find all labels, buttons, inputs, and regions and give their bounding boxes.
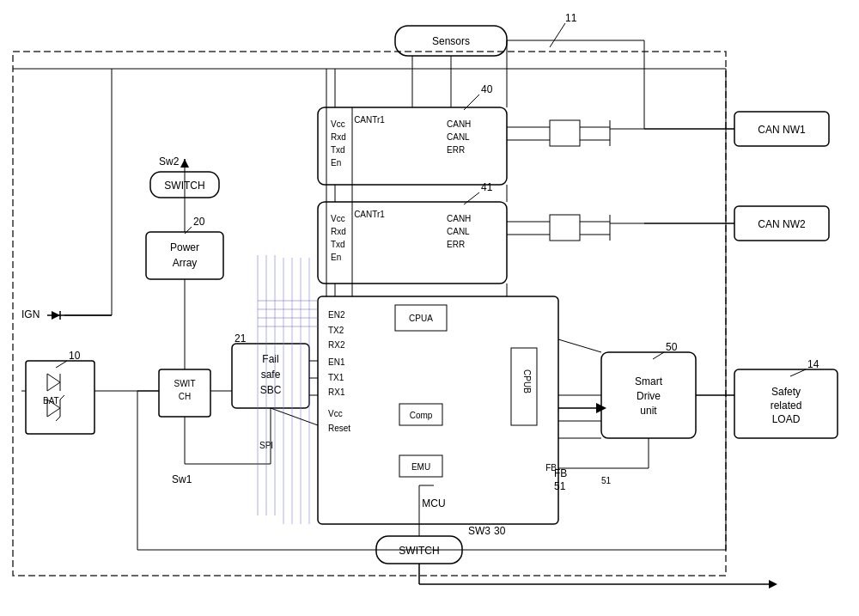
can-nw1-label: CAN NW1	[758, 124, 806, 136]
emu-label: EMU	[411, 462, 430, 472]
tx2-label: TX2	[328, 326, 344, 335]
switch-ch-label2: CH	[179, 392, 191, 401]
switch-ch-label1: SWIT	[174, 379, 196, 388]
smart-drive-label3: unit	[640, 405, 657, 417]
rx1-label: RX1	[328, 387, 345, 397]
en2-label: EN2	[328, 310, 345, 320]
canl1-label: CANL	[447, 132, 470, 142]
label-41: 41	[481, 181, 493, 193]
canh2-label: CANH	[447, 214, 471, 223]
tx1-label: TX1	[328, 373, 344, 382]
rxd1-label: Rxd	[331, 132, 346, 142]
switch-bottom-label: SWITCH	[399, 545, 439, 557]
label-14: 14	[807, 358, 819, 370]
sw1-label: Sw1	[172, 473, 192, 485]
cantrl1-label: CANTr1	[354, 115, 385, 125]
txd2-label: Txd	[331, 240, 345, 249]
fail-safe-label3: SBC	[260, 384, 282, 396]
smart-drive-label2: Drive	[637, 390, 661, 402]
label-21: 21	[235, 332, 247, 345]
comp-label: Comp	[410, 411, 433, 420]
err1-label: ERR	[447, 145, 465, 155]
sw3-label: SW3	[468, 525, 490, 537]
reset-label: Reset	[328, 424, 350, 433]
txd1-label: Txd	[331, 145, 345, 155]
label-51-2: 51	[601, 476, 612, 485]
mcu-label: MCU	[422, 497, 445, 509]
label-20: 20	[193, 216, 205, 228]
rx2-label: RX2	[328, 340, 345, 350]
label-11: 11	[565, 12, 577, 24]
cantrl2-label: CANTr1	[354, 210, 385, 219]
label-51: 51	[554, 480, 566, 492]
vcc-mcu-label: Vcc	[328, 409, 343, 418]
vcc2-label: Vcc	[331, 214, 345, 223]
canl2-label: CANL	[447, 227, 470, 236]
en2-top-label: En	[331, 253, 341, 262]
en1-label: EN1	[328, 357, 345, 367]
label-40: 40	[481, 83, 493, 95]
sw2-label: Sw2	[159, 156, 180, 168]
fail-safe-label2: safe	[261, 369, 281, 381]
fail-safe-label1: Fail	[262, 353, 278, 365]
label-50: 50	[666, 341, 678, 353]
safety-load-label3: LOAD	[772, 413, 801, 425]
cpub-label: CPUB	[522, 369, 532, 393]
err2-label: ERR	[447, 240, 465, 249]
safety-load-label2: related	[771, 399, 802, 412]
power-array-label1: Power	[170, 241, 199, 253]
bat-label: BAT	[43, 396, 59, 406]
safety-load-label1: Safety	[771, 386, 801, 398]
cpua-label: CPUA	[409, 314, 433, 323]
vcc1-label: Vcc	[331, 119, 345, 129]
label-10: 10	[69, 350, 81, 362]
can-nw2-label: CAN NW2	[758, 218, 806, 230]
power-array-label2: Array	[173, 257, 198, 269]
ign-label: IGN	[21, 308, 40, 320]
canh1-label: CANH	[447, 119, 471, 129]
label-30: 30	[494, 525, 506, 537]
sensors-label: Sensors	[432, 35, 470, 47]
circuit-diagram: 11 Sensors 40 Vcc Rxd Txd En CANTr1 CANH…	[0, 0, 859, 616]
rxd2-label: Rxd	[331, 227, 346, 236]
fb-text: FB	[545, 463, 557, 473]
smart-drive-label: Smart	[635, 375, 663, 387]
en1-top-label: En	[331, 158, 341, 168]
